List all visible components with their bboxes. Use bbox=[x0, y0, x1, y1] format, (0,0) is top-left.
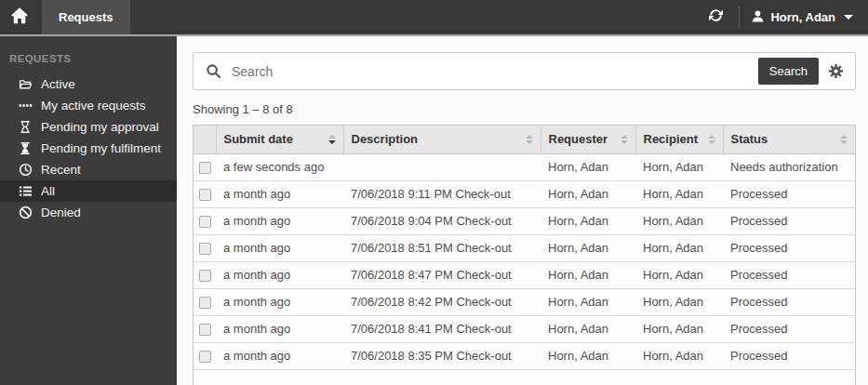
cell-submit-date: a month ago bbox=[216, 342, 343, 369]
row-checkbox[interactable] bbox=[199, 297, 211, 309]
cell-requester: Horn, Adan bbox=[541, 180, 635, 207]
row-checkbox[interactable] bbox=[199, 324, 211, 336]
cell-status: Processed bbox=[723, 234, 855, 261]
cell-requester: Horn, Adan bbox=[541, 207, 635, 234]
sidebar-item-label: Active bbox=[41, 77, 75, 91]
ellipsis-icon bbox=[18, 99, 33, 113]
caret-down-icon bbox=[844, 15, 853, 20]
ban-icon bbox=[18, 206, 33, 220]
cell-status: Processed bbox=[723, 207, 855, 234]
home-button[interactable] bbox=[0, 0, 39, 34]
requests-table-container: Submit date Description Requester R bbox=[193, 125, 856, 385]
cell-requester: Horn, Adan bbox=[541, 153, 635, 180]
column-header-recipient[interactable]: Recipient bbox=[635, 126, 723, 153]
cell-requester: Horn, Adan bbox=[541, 234, 635, 261]
row-checkbox[interactable] bbox=[199, 243, 211, 255]
refresh-button[interactable] bbox=[704, 7, 728, 27]
tab-requests-label: Requests bbox=[59, 10, 114, 24]
search-input[interactable] bbox=[232, 64, 758, 79]
table-row[interactable]: a few seconds ago Horn, Adan Horn, Adan … bbox=[194, 153, 855, 180]
cell-recipient: Horn, Adan bbox=[635, 234, 723, 261]
sidebar-item-recent[interactable]: Recent bbox=[0, 159, 177, 180]
row-checkbox[interactable] bbox=[199, 216, 211, 228]
cell-status: Needs authorization bbox=[723, 153, 855, 180]
sidebar-item-label: Recent bbox=[41, 163, 81, 177]
cell-requester: Horn, Adan bbox=[541, 261, 635, 288]
row-checkbox[interactable] bbox=[199, 189, 211, 201]
cell-recipient: Horn, Adan bbox=[635, 315, 723, 342]
column-header-requester[interactable]: Requester bbox=[541, 126, 635, 153]
table-row[interactable]: a month ago 7/06/2018 8:42 PM Check-out … bbox=[194, 288, 855, 315]
sidebar-item-denied[interactable]: Denied bbox=[0, 202, 177, 223]
cell-recipient: Horn, Adan bbox=[635, 288, 723, 315]
sort-icon bbox=[526, 135, 533, 144]
table-row[interactable]: a month ago 7/06/2018 9:11 PM Check-out … bbox=[194, 180, 855, 207]
topbar-divider bbox=[739, 7, 740, 29]
cell-description: 7/06/2018 9:11 PM Check-out bbox=[343, 180, 541, 207]
sort-icon bbox=[708, 135, 715, 144]
cell-submit-date: a month ago bbox=[216, 207, 343, 234]
cell-submit-date: a month ago bbox=[216, 315, 343, 342]
column-header-checkbox bbox=[194, 126, 216, 153]
cell-submit-date: a month ago bbox=[216, 261, 343, 288]
cell-status: Processed bbox=[723, 342, 855, 369]
requests-table: Submit date Description Requester R bbox=[194, 126, 855, 370]
sidebar-item-label: Denied bbox=[41, 206, 81, 219]
table-row[interactable]: a month ago 7/06/2018 8:51 PM Check-out … bbox=[194, 234, 855, 261]
user-name: Horn, Adan bbox=[770, 10, 835, 24]
cell-description: 7/06/2018 8:35 PM Check-out bbox=[343, 342, 541, 369]
cell-description: 7/06/2018 8:47 PM Check-out bbox=[343, 261, 541, 288]
cell-status: Processed bbox=[723, 315, 855, 342]
column-header-status[interactable]: Status bbox=[723, 126, 855, 153]
cell-status: Processed bbox=[723, 288, 855, 315]
topbar: Requests Horn, Adan bbox=[0, 0, 868, 34]
column-header-submit-date[interactable]: Submit date bbox=[216, 126, 343, 153]
sidebar-item-label: Pending my approval bbox=[41, 120, 159, 134]
refresh-icon bbox=[708, 7, 724, 27]
folder-open-icon bbox=[18, 77, 33, 92]
sort-icon bbox=[840, 135, 848, 144]
user-icon bbox=[751, 9, 765, 26]
search-button[interactable]: Search bbox=[758, 58, 819, 85]
table-row[interactable]: a month ago 7/06/2018 9:04 PM Check-out … bbox=[194, 207, 855, 234]
cell-requester: Horn, Adan bbox=[541, 315, 635, 342]
sidebar-item-all[interactable]: All bbox=[0, 180, 177, 202]
gear-icon bbox=[828, 63, 844, 79]
sort-icon bbox=[621, 135, 628, 144]
sidebar-item-active[interactable]: Active bbox=[0, 73, 177, 95]
sidebar-item-pending-my-approval[interactable]: Pending my approval bbox=[0, 116, 177, 138]
tab-requests[interactable]: Requests bbox=[42, 0, 130, 34]
column-header-description[interactable]: Description bbox=[343, 126, 541, 153]
sidebar-item-pending-my-fulfilment[interactable]: Pending my fulfilment bbox=[0, 138, 177, 159]
row-checkbox[interactable] bbox=[199, 162, 211, 174]
column-label: Recipient bbox=[644, 132, 699, 146]
clock-icon bbox=[18, 163, 33, 178]
cell-description: 7/06/2018 8:41 PM Check-out bbox=[343, 315, 541, 342]
table-row[interactable]: a month ago 7/06/2018 8:41 PM Check-out … bbox=[194, 315, 855, 342]
cell-requester: Horn, Adan bbox=[541, 288, 635, 315]
table-header-row: Submit date Description Requester R bbox=[194, 126, 855, 153]
user-menu[interactable]: Horn, Adan bbox=[751, 9, 853, 26]
table-row[interactable]: a month ago 7/06/2018 8:47 PM Check-out … bbox=[194, 261, 855, 288]
search-icon bbox=[206, 63, 221, 79]
sidebar-item-my-active-requests[interactable]: My active requests bbox=[0, 95, 177, 116]
hourglass-outline-icon bbox=[18, 120, 33, 135]
cell-submit-date: a month ago bbox=[216, 288, 343, 315]
table-body: a few seconds ago Horn, Adan Horn, Adan … bbox=[194, 153, 855, 369]
table-row[interactable]: a month ago 7/06/2018 8:35 PM Check-out … bbox=[194, 342, 855, 369]
cell-description bbox=[343, 153, 541, 180]
settings-gear-button[interactable] bbox=[828, 63, 844, 79]
column-label: Status bbox=[731, 132, 768, 146]
row-checkbox[interactable] bbox=[199, 270, 211, 282]
sidebar-header: REQUESTS bbox=[0, 36, 177, 73]
sidebar-item-label: My active requests bbox=[41, 99, 146, 113]
cell-status: Processed bbox=[723, 261, 855, 288]
list-icon bbox=[18, 184, 33, 199]
sidebar-item-label: Pending my fulfilment bbox=[41, 141, 161, 155]
cell-recipient: Horn, Adan bbox=[635, 180, 723, 207]
home-icon bbox=[10, 7, 29, 29]
sidebar-item-label: All bbox=[41, 184, 55, 198]
cell-recipient: Horn, Adan bbox=[635, 342, 723, 369]
cell-status: Processed bbox=[723, 180, 855, 207]
row-checkbox[interactable] bbox=[199, 351, 211, 363]
